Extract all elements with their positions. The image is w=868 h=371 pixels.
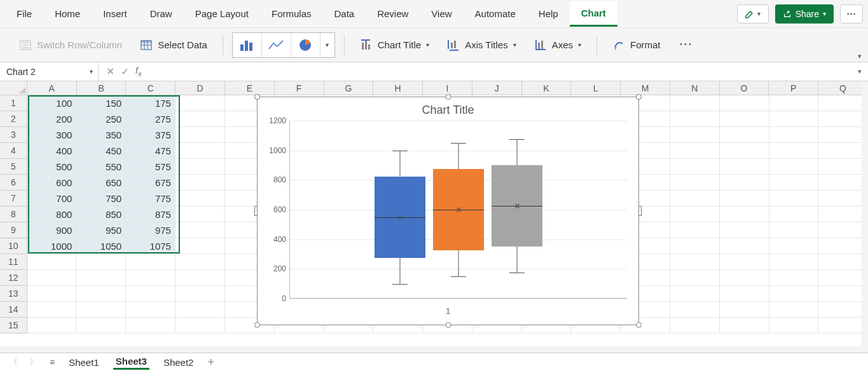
cell[interactable] bbox=[670, 302, 720, 318]
cell[interactable] bbox=[176, 95, 225, 111]
tab-review[interactable]: Review bbox=[366, 2, 420, 25]
cell[interactable] bbox=[720, 206, 769, 222]
cell[interactable]: 400 bbox=[27, 143, 77, 159]
tab-data[interactable]: Data bbox=[322, 2, 366, 25]
cell[interactable] bbox=[76, 254, 126, 270]
cell[interactable] bbox=[176, 191, 225, 206]
column-header[interactable]: B bbox=[77, 81, 127, 95]
cell[interactable] bbox=[769, 222, 819, 238]
cell[interactable] bbox=[769, 286, 819, 302]
tab-file[interactable]: File bbox=[5, 2, 43, 25]
chart-type-line[interactable] bbox=[262, 33, 291, 57]
cell[interactable] bbox=[769, 175, 819, 191]
cell[interactable] bbox=[670, 254, 720, 270]
row-header[interactable]: 7 bbox=[0, 191, 27, 206]
resize-handle[interactable] bbox=[445, 94, 451, 100]
cell[interactable]: 875 bbox=[126, 206, 176, 222]
format-button[interactable]: Format bbox=[606, 35, 667, 55]
cell[interactable] bbox=[818, 175, 868, 191]
cell[interactable] bbox=[769, 159, 819, 175]
cell[interactable]: 600 bbox=[27, 175, 77, 191]
cell[interactable] bbox=[670, 159, 720, 175]
chart-type-more[interactable]: ▾ bbox=[320, 33, 334, 57]
tab-draw[interactable]: Draw bbox=[139, 2, 184, 25]
cell[interactable] bbox=[818, 159, 868, 175]
cell[interactable] bbox=[670, 222, 720, 238]
formula-input[interactable] bbox=[149, 62, 851, 81]
cell[interactable]: 150 bbox=[76, 95, 126, 111]
cell[interactable] bbox=[176, 222, 225, 238]
column-header[interactable]: C bbox=[126, 81, 176, 95]
axes-button[interactable]: Axes ▾ bbox=[528, 35, 588, 55]
cell[interactable] bbox=[818, 206, 868, 222]
cell[interactable] bbox=[720, 143, 769, 159]
cell[interactable] bbox=[670, 127, 720, 143]
cell[interactable] bbox=[176, 270, 225, 286]
resize-handle[interactable] bbox=[254, 206, 258, 216]
cell[interactable] bbox=[769, 206, 819, 222]
resize-handle[interactable] bbox=[638, 206, 642, 216]
cell[interactable] bbox=[818, 143, 868, 159]
box-plot-series[interactable]: ✕ bbox=[492, 121, 542, 298]
cell[interactable] bbox=[76, 286, 126, 302]
cell[interactable] bbox=[818, 127, 868, 143]
row-header[interactable]: 1 bbox=[0, 95, 27, 111]
column-header[interactable]: G bbox=[324, 81, 374, 95]
spreadsheet-grid[interactable]: ABCDEFGHIJKLMNOPQ 1100150175220025027533… bbox=[0, 81, 868, 353]
cell[interactable] bbox=[769, 127, 819, 143]
cell[interactable]: 800 bbox=[27, 206, 77, 222]
cell[interactable] bbox=[720, 175, 769, 191]
cell[interactable] bbox=[670, 318, 720, 334]
cell[interactable]: 675 bbox=[126, 175, 176, 191]
cell[interactable] bbox=[126, 286, 176, 302]
cell[interactable] bbox=[818, 318, 868, 334]
cell[interactable] bbox=[670, 191, 720, 206]
sheet-list-button[interactable]: ≡ bbox=[50, 357, 55, 367]
box-plot-series[interactable]: ✕ bbox=[375, 121, 425, 298]
cell[interactable] bbox=[720, 222, 769, 238]
cell[interactable] bbox=[720, 286, 769, 302]
cell[interactable]: 975 bbox=[126, 222, 176, 238]
cell[interactable] bbox=[27, 286, 77, 302]
share-button[interactable]: Share ▾ bbox=[775, 4, 834, 24]
column-header[interactable]: L bbox=[571, 81, 621, 95]
tab-automate[interactable]: Automate bbox=[464, 2, 527, 25]
cell[interactable]: 175 bbox=[126, 95, 176, 111]
tab-help[interactable]: Help bbox=[527, 2, 570, 25]
cell[interactable] bbox=[818, 95, 868, 111]
column-header[interactable]: E bbox=[225, 81, 275, 95]
row-header[interactable]: 9 bbox=[0, 222, 27, 238]
formula-expand[interactable]: ▾ bbox=[851, 67, 868, 76]
cell[interactable]: 700 bbox=[27, 191, 77, 206]
cell[interactable]: 950 bbox=[76, 222, 126, 238]
cell[interactable] bbox=[670, 175, 720, 191]
row-header[interactable]: 11 bbox=[0, 254, 27, 270]
cell[interactable] bbox=[670, 286, 720, 302]
column-header[interactable]: I bbox=[423, 81, 472, 95]
tab-home[interactable]: Home bbox=[43, 2, 92, 25]
cell[interactable] bbox=[818, 254, 868, 270]
cell[interactable]: 375 bbox=[126, 127, 176, 143]
cell[interactable] bbox=[769, 302, 819, 318]
cell[interactable] bbox=[720, 111, 769, 127]
cell[interactable] bbox=[769, 95, 819, 111]
row-header[interactable]: 14 bbox=[0, 302, 27, 318]
column-header[interactable]: F bbox=[275, 81, 324, 95]
cell[interactable] bbox=[720, 270, 769, 286]
ribbon-collapse[interactable]: ▾ bbox=[858, 52, 862, 60]
sheet-nav-next[interactable]: 〉 bbox=[29, 356, 38, 368]
more-options-button[interactable]: ··· bbox=[840, 4, 863, 24]
cell[interactable] bbox=[27, 302, 77, 318]
box-plot-series[interactable]: ✕ bbox=[433, 121, 484, 298]
column-header[interactable]: A bbox=[27, 81, 77, 95]
cell[interactable] bbox=[818, 238, 868, 254]
row-header[interactable]: 2 bbox=[0, 111, 27, 127]
row-header[interactable]: 3 bbox=[0, 127, 27, 143]
cell[interactable] bbox=[720, 127, 769, 143]
cell[interactable] bbox=[76, 302, 126, 318]
chart-type-pie[interactable] bbox=[291, 33, 320, 57]
cell[interactable] bbox=[769, 191, 819, 206]
tab-formulas[interactable]: Formulas bbox=[260, 2, 323, 25]
cell[interactable]: 300 bbox=[27, 127, 77, 143]
chart-object[interactable]: Chart Title 020040060080010001200✕✕✕ 1 bbox=[257, 97, 639, 325]
